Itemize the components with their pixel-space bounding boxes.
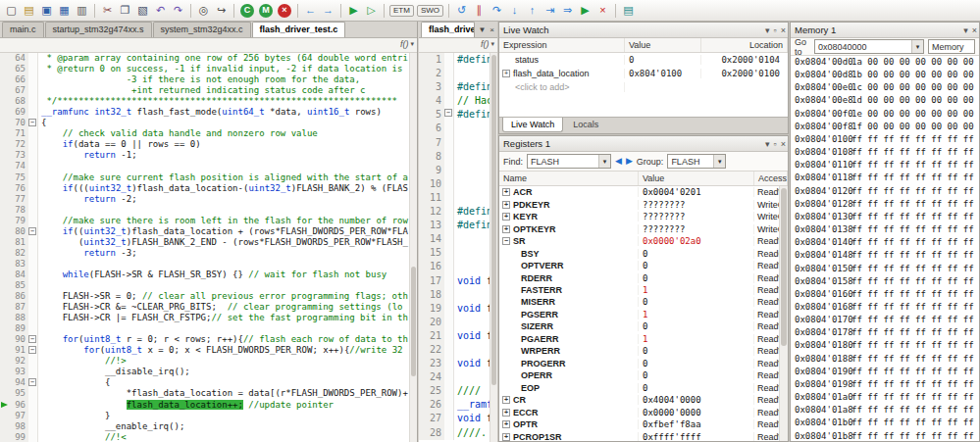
expand-icon[interactable]: + — [502, 396, 510, 404]
code-text[interactable] — [38, 161, 41, 172]
breakpoint-margin[interactable] — [419, 274, 428, 288]
goto-address-combo[interactable]: 0x08040000 ▾ — [814, 39, 924, 54]
compile-button[interactable]: C — [240, 4, 254, 18]
memory-row[interactable]: 0x0804'0168ff ff ff ff ff ff ff ff — [791, 301, 979, 314]
panel-undock-icon[interactable]: ▫ — [774, 26, 777, 35]
expand-icon[interactable]: + — [502, 70, 510, 77]
download-and-debug-button[interactable]: ▶ — [345, 2, 362, 19]
breakpoint-margin[interactable] — [419, 80, 428, 94]
code-text[interactable]: #defin — [454, 205, 490, 219]
file-list-dropdown-icon[interactable]: ▼ — [478, 25, 486, 34]
breakpoint-margin[interactable] — [0, 53, 9, 64]
code-text[interactable]: void f — [454, 274, 490, 288]
code-text[interactable]: // Hac — [454, 94, 490, 108]
breakpoint-margin[interactable] — [0, 259, 9, 270]
code-text[interactable]: ////. — [454, 426, 487, 440]
expand-icon[interactable]: + — [502, 420, 510, 428]
code-text[interactable]: if(data == 0 || rows == 0) — [38, 139, 201, 150]
next-statement-button[interactable]: ⇥ — [542, 2, 558, 19]
code-text[interactable] — [38, 280, 41, 291]
fold-marker[interactable]: − — [28, 119, 36, 126]
code-text[interactable]: FLASH->CR &= ~CLEAR_PRG_BITS; // clear p… — [38, 302, 402, 313]
breakpoint-margin[interactable] — [0, 172, 9, 183]
code-text[interactable]: } — [38, 411, 110, 421]
register-row-rderr[interactable]: RDERR0ReadWrite — [499, 271, 788, 283]
code-text[interactable]: for(uint8_t r = 0; r < rows; r++){// fla… — [38, 334, 408, 345]
breakpoint-margin[interactable] — [0, 74, 9, 85]
splitter-editors-dock[interactable] — [497, 22, 498, 442]
editor-secondary-scrollbar[interactable] — [490, 53, 497, 442]
go-button[interactable]: ▶ — [577, 2, 593, 19]
code-text[interactable] — [38, 323, 41, 334]
open-file-button[interactable]: ▤ — [21, 2, 37, 19]
memory-row[interactable]: 0x0804'01b8ff ff ff ff ff ff ff ff — [791, 430, 979, 442]
register-row-operr[interactable]: OPERR0ReadWrite — [499, 369, 788, 381]
memory-row[interactable]: 0x0804'0198ff ff ff ff ff ff ff ff — [791, 378, 979, 391]
code-text[interactable] — [38, 259, 41, 270]
memory-row[interactable]: 0x0804'0178ff ff ff ff ff ff ff ff — [791, 326, 979, 339]
column-location[interactable]: Location — [701, 38, 788, 52]
register-row-pdkeyr[interactable]: +PDKEYR????????WriteOnly — [499, 198, 788, 210]
code-text[interactable]: #defin — [454, 219, 490, 232]
code-text[interactable]: * @return 0 on success, -1 if invalid in… — [38, 64, 402, 74]
breakpoint-margin[interactable] — [0, 64, 9, 74]
breakpoint-margin[interactable] — [419, 205, 428, 219]
register-row-pgserr[interactable]: PGSERR1ReadWrite — [499, 309, 788, 320]
breakpoint-margin[interactable] — [419, 219, 428, 232]
breakpoint-margin[interactable] — [419, 370, 428, 384]
breakpoint-margin[interactable] — [0, 345, 9, 356]
code-text[interactable]: while(FLASH->SR & FLASH_SR_BSY) {} // wa… — [38, 270, 387, 280]
memory-row[interactable]: 0x0804'0158ff ff ff ff ff ff ff ff — [791, 275, 979, 288]
breakpoint-margin[interactable] — [0, 323, 9, 334]
breakpoint-margin[interactable] — [419, 329, 428, 343]
column-name[interactable]: Name — [499, 172, 639, 185]
code-text[interactable] — [454, 232, 457, 246]
paste-button[interactable]: ▧ — [134, 2, 151, 19]
memory-row[interactable]: 0x0804'0160ff ff ff ff ff ff ff ff — [791, 288, 979, 301]
code-text[interactable]: for(uint8_t x = 0; x < FLASH_DWORDS_PER_… — [38, 345, 403, 356]
tab-flash-driver-test-c[interactable]: flash_driver_test.c — [252, 22, 346, 37]
tab-main-c[interactable]: main.c — [2, 22, 44, 37]
code-text[interactable]: * @param array containing one row of 256… — [38, 53, 408, 64]
register-row-progerr[interactable]: PROGERR0ReadWrite — [499, 358, 788, 369]
code-text[interactable] — [454, 260, 457, 273]
memory-row[interactable]: 0x0804'0188ff ff ff ff ff ff ff ff — [791, 353, 979, 366]
memory-row[interactable]: 0x0804'00e01c 00 00 00 00 00 00 00 — [791, 81, 979, 94]
group-combo[interactable]: FLASH ▾ — [667, 154, 726, 169]
breakpoint-margin[interactable] — [0, 107, 9, 118]
memory-row[interactable]: 0x0804'0128ff ff ff ff ff ff ff ff — [791, 198, 979, 211]
memory-row[interactable]: 0x0804'01a0ff ff ff ff ff ff ff ff — [791, 391, 979, 404]
break-button[interactable]: ∥ — [471, 2, 488, 19]
fold-marker[interactable]: − — [444, 109, 452, 117]
breakpoint-margin[interactable] — [0, 400, 9, 411]
breakpoint-margin[interactable] — [0, 270, 9, 280]
code-text[interactable] — [454, 150, 457, 164]
code-text[interactable] — [454, 370, 457, 384]
navigate-back-button[interactable]: ← — [302, 2, 319, 19]
function-list-button[interactable]: f() ▾ — [481, 39, 494, 49]
watch-row[interactable]: status00x2000'0104 — [499, 53, 788, 67]
memory-row[interactable]: 0x0804'00d81b 00 00 00 00 00 00 00 — [791, 69, 979, 81]
code-text[interactable]: { — [38, 118, 46, 128]
tab-system-stm32g4xx-c[interactable]: system_stm32g4xx.c — [153, 22, 251, 37]
breakpoint-margin[interactable] — [419, 150, 428, 164]
breakpoint-margin[interactable] — [0, 421, 9, 432]
column-access[interactable]: Access — [754, 172, 788, 185]
breakpoint-margin[interactable] — [0, 139, 9, 150]
code-text[interactable]: __enable_irq(); — [38, 421, 184, 432]
panel-menu-icon[interactable]: ▾ — [963, 26, 968, 35]
memory-row[interactable]: 0x0804'0110ff ff ff ff ff ff ff ff — [791, 159, 979, 172]
breakpoint-margin[interactable] — [419, 246, 428, 260]
chevron-down-icon[interactable]: ▾ — [713, 155, 725, 168]
breakpoint-margin[interactable] — [419, 343, 428, 357]
find-next-button[interactable]: ↪ — [213, 2, 230, 19]
breakpoint-margin[interactable] — [0, 150, 9, 161]
breakpoint-margin[interactable] — [0, 128, 9, 139]
memory-row[interactable]: 0x0804'0120ff ff ff ff ff ff ff ff — [791, 185, 979, 198]
fold-marker[interactable]: − — [28, 227, 36, 235]
breakpoint-margin[interactable] — [419, 191, 428, 205]
memory-row[interactable]: 0x0804'0150ff ff ff ff ff ff ff ff — [791, 263, 979, 275]
fold-marker[interactable]: − — [28, 346, 36, 354]
register-row-cr[interactable]: +CR0x4004'0000ReadWrite — [499, 394, 788, 406]
code-text[interactable]: //!> — [38, 356, 127, 367]
